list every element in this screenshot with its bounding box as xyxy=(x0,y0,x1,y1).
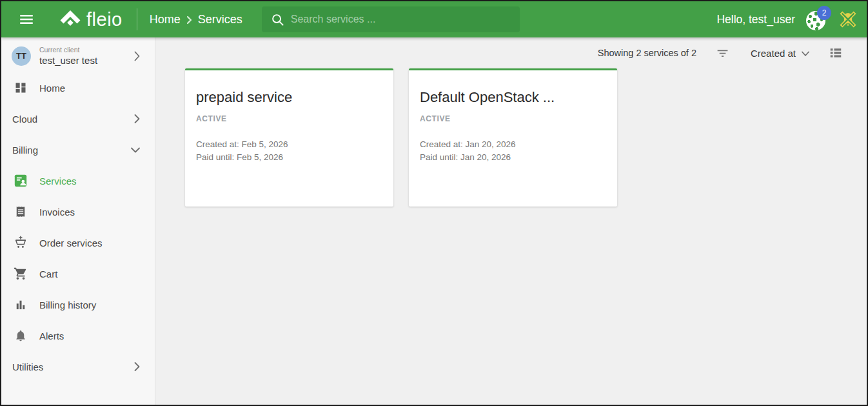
dashboard-icon xyxy=(13,81,28,94)
breadcrumb-chevron-icon xyxy=(186,15,192,25)
sidebar-item-label: Order services xyxy=(39,238,103,249)
service-created-at: Created at: Feb 5, 2026 xyxy=(196,138,382,151)
services-toolbar: Showing 2 services of 2 Created at xyxy=(155,37,867,68)
user-greeting[interactable]: Hello, test_user xyxy=(716,13,795,26)
service-title: prepaid service xyxy=(196,89,382,106)
notifications-off-icon[interactable] xyxy=(838,10,858,29)
receipt-icon xyxy=(13,205,28,219)
sidebar-item-label: Services xyxy=(39,176,77,187)
bell-icon xyxy=(13,329,28,343)
app-window: fleio Home Services Hello, test_user 2 xyxy=(0,0,868,406)
cart-plus-icon xyxy=(13,236,28,250)
menu-icon[interactable] xyxy=(18,11,35,28)
breadcrumb: Home Services xyxy=(150,13,242,26)
sidebar-item-cart[interactable]: Cart xyxy=(1,258,155,289)
service-paid-until: Paid until: Feb 5, 2026 xyxy=(196,151,382,164)
sidebar-item-home[interactable]: Home xyxy=(1,72,155,103)
search-bar[interactable] xyxy=(262,6,520,32)
notification-badge: 2 xyxy=(817,6,831,20)
user-avatar[interactable]: 2 xyxy=(806,8,829,31)
filter-icon[interactable] xyxy=(716,46,729,60)
sidebar-group-label: Billing xyxy=(12,145,38,156)
results-count: Showing 2 services of 2 xyxy=(598,48,696,58)
search-input[interactable] xyxy=(291,14,520,25)
client-avatar: TT xyxy=(12,46,31,66)
breadcrumb-home[interactable]: Home xyxy=(150,13,181,26)
breadcrumb-current: Services xyxy=(198,13,242,26)
sidebar-group-cloud[interactable]: Cloud xyxy=(1,103,155,134)
chevron-right-icon xyxy=(133,361,141,372)
hamburger-icon xyxy=(18,11,35,28)
client-caption: Current client xyxy=(39,46,133,54)
service-card-openstack[interactable]: Default OpenStack ... ACTIVE Created at:… xyxy=(409,68,617,207)
sidebar-group-utilities[interactable]: Utilities xyxy=(1,351,155,382)
services-icon xyxy=(13,174,28,188)
main-content: Showing 2 services of 2 Created at xyxy=(155,37,867,405)
sidebar-item-services[interactable]: Services xyxy=(1,165,155,196)
sort-label: Created at xyxy=(751,48,796,59)
sidebar-group-label: Cloud xyxy=(12,114,37,125)
service-card-grid: prepaid service ACTIVE Created at: Feb 5… xyxy=(185,68,867,207)
search-icon xyxy=(270,12,285,27)
fleio-logo-mark xyxy=(59,10,81,30)
header-divider xyxy=(137,8,137,30)
service-paid-until: Paid until: Jan 20, 2026 xyxy=(420,151,606,164)
status-badge: ACTIVE xyxy=(420,114,606,123)
service-card-prepaid[interactable]: prepaid service ACTIVE Created at: Feb 5… xyxy=(185,68,393,207)
current-client-selector[interactable]: TT Current client test_user test xyxy=(1,37,155,72)
sidebar-item-label: Home xyxy=(39,83,65,94)
chevron-down-icon xyxy=(801,51,810,57)
sidebar-item-label: Alerts xyxy=(39,330,64,341)
service-title: Default OpenStack ... xyxy=(420,89,606,106)
bar-chart-icon xyxy=(13,298,28,311)
client-name: test_user test xyxy=(39,55,133,66)
fleio-logo[interactable]: fleio xyxy=(59,10,123,30)
cart-icon xyxy=(13,267,28,281)
top-header: fleio Home Services Hello, test_user 2 xyxy=(1,1,867,37)
sidebar-item-alerts[interactable]: Alerts xyxy=(1,320,155,351)
sidebar-item-order-services[interactable]: Order services xyxy=(1,227,155,258)
sort-dropdown[interactable]: Created at xyxy=(751,48,810,59)
list-view-icon[interactable] xyxy=(829,46,843,60)
brand-name: fleio xyxy=(86,10,123,29)
chevron-right-icon xyxy=(133,50,141,62)
sidebar-group-billing[interactable]: Billing xyxy=(1,134,155,165)
sidebar-item-label: Invoices xyxy=(39,207,75,218)
chevron-right-icon xyxy=(133,114,141,124)
chevron-down-icon xyxy=(130,147,141,154)
status-badge: ACTIVE xyxy=(196,114,382,123)
sidebar: TT Current client test_user test Home Cl… xyxy=(1,37,155,405)
sidebar-group-label: Utilities xyxy=(12,361,43,372)
sidebar-item-label: Billing history xyxy=(39,299,96,310)
service-created-at: Created at: Jan 20, 2026 xyxy=(420,138,606,151)
sidebar-item-invoices[interactable]: Invoices xyxy=(1,196,155,227)
sidebar-item-billing-history[interactable]: Billing history xyxy=(1,289,155,320)
sidebar-item-label: Cart xyxy=(39,269,57,279)
